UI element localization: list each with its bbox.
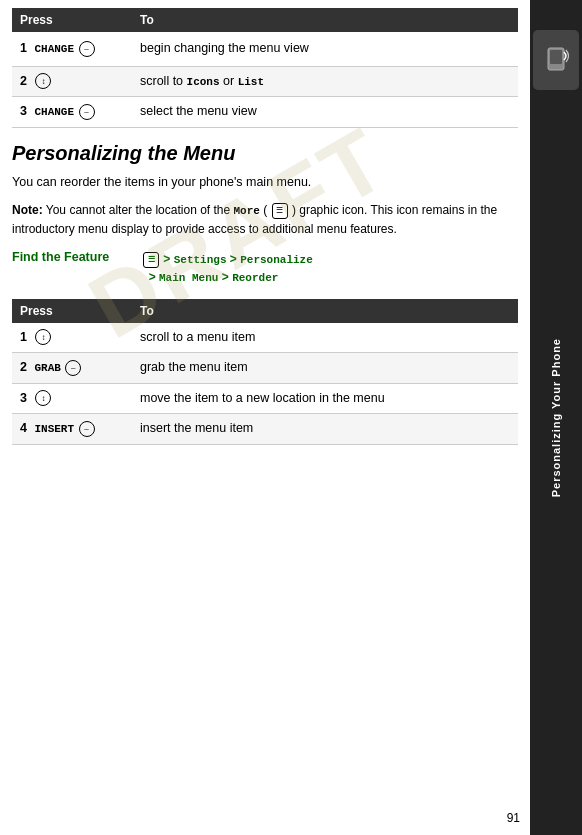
- table-row: 4 INSERT – insert the menu item: [12, 414, 518, 445]
- bottom-table-header-press: Press: [12, 299, 132, 323]
- circle-sym-3: –: [65, 360, 81, 376]
- bot-row1-press: 1 ↕: [12, 323, 132, 353]
- top-row2-press: 2 ↕: [12, 66, 132, 97]
- top-row3-press: 3 CHANGE –: [12, 97, 132, 128]
- scroll-sym-1: ↕: [35, 73, 51, 89]
- main-content: DRAFT Press To 1 CHANGE – begin changing…: [0, 0, 530, 467]
- top-table: Press To 1 CHANGE – begin changing the m…: [12, 8, 518, 128]
- note-body: You cannot alter the location of the: [46, 203, 234, 217]
- bottom-table-header-to: To: [132, 299, 518, 323]
- scroll-sym-2: ↕: [35, 329, 51, 345]
- section-title: Personalizing the Menu: [12, 142, 518, 165]
- top-row1-to: begin changing the menu view: [132, 32, 518, 66]
- note-text: Note: You cannot alter the location of t…: [12, 201, 518, 238]
- svg-rect-1: [550, 50, 562, 64]
- bottom-table: Press To 1 ↕ scroll to a menu item 2 GRA…: [12, 299, 518, 445]
- table-row: 3 ↕ move the item to a new location in t…: [12, 383, 518, 414]
- circle-sym-4: –: [79, 421, 95, 437]
- more-sym: ☰: [272, 203, 288, 219]
- bot-row4-to: insert the menu item: [132, 414, 518, 445]
- bot-row2-to: grab the menu item: [132, 353, 518, 384]
- table-row: 2 GRAB – grab the menu item: [12, 353, 518, 384]
- change-label-2: CHANGE: [34, 106, 74, 118]
- bot-row4-press: 4 INSERT –: [12, 414, 132, 445]
- find-feature-path: ☰ > Settings > Personalize > Main Menu >…: [142, 250, 313, 287]
- right-sidebar: Personalizing Your Phone: [530, 0, 582, 835]
- insert-label: INSERT: [34, 423, 74, 435]
- page-number: 91: [507, 811, 520, 825]
- table-row: 2 ↕ scroll to Icons or List: [12, 66, 518, 97]
- find-feature-label: Find the Feature: [12, 250, 122, 264]
- body-text: You can reorder the items in your phone'…: [12, 173, 518, 192]
- phone-icon-area: [533, 30, 579, 90]
- scroll-sym-3: ↕: [35, 390, 51, 406]
- circle-sym-2: –: [79, 104, 95, 120]
- top-table-header-to: To: [132, 8, 518, 32]
- top-row2-to: scroll to Icons or List: [132, 66, 518, 97]
- menu-icon: ☰: [143, 252, 159, 268]
- phone-bell-icon: [542, 44, 570, 76]
- find-feature-section: Find the Feature ☰ > Settings > Personal…: [12, 250, 518, 287]
- top-row1-press: 1 CHANGE –: [12, 32, 132, 66]
- top-table-header-press: Press: [12, 8, 132, 32]
- table-row: 1 ↕ scroll to a menu item: [12, 323, 518, 353]
- sidebar-label: Personalizing Your Phone: [550, 338, 562, 497]
- table-row: 1 CHANGE – begin changing the menu view: [12, 32, 518, 66]
- grab-label: GRAB: [34, 362, 60, 374]
- note-label: Note:: [12, 203, 43, 217]
- top-row3-to: select the menu view: [132, 97, 518, 128]
- circle-sym-1: –: [79, 41, 95, 57]
- change-label-1: CHANGE: [34, 43, 74, 55]
- bot-row2-press: 2 GRAB –: [12, 353, 132, 384]
- bot-row1-to: scroll to a menu item: [132, 323, 518, 353]
- bot-row3-press: 3 ↕: [12, 383, 132, 414]
- table-row: 3 CHANGE – select the menu view: [12, 97, 518, 128]
- bot-row3-to: move the item to a new location in the m…: [132, 383, 518, 414]
- more-label: More: [234, 205, 260, 217]
